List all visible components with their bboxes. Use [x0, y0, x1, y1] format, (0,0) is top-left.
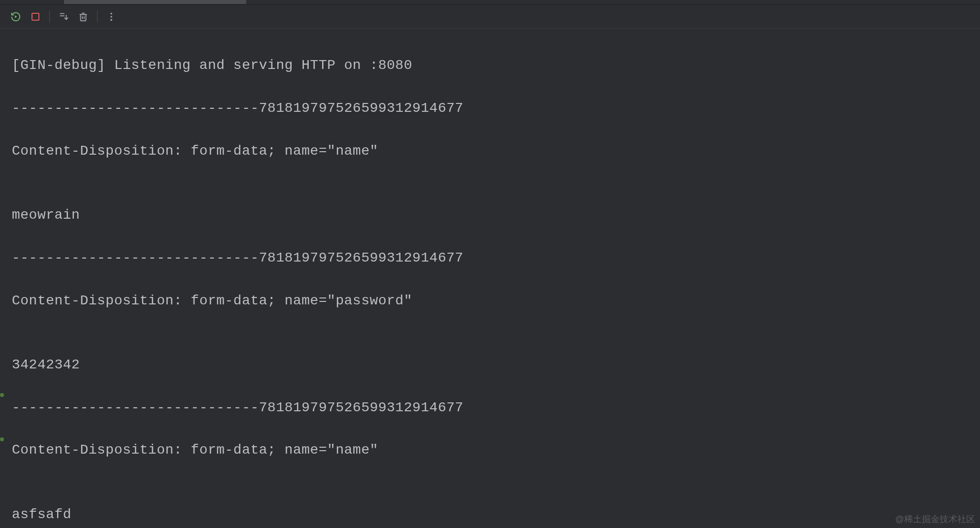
more-icon[interactable]: [105, 11, 117, 23]
tab-bar: [0, 0, 980, 5]
console-line: meowrain: [12, 204, 968, 226]
active-tab-indicator: [64, 0, 246, 4]
svg-point-10: [110, 16, 112, 18]
svg-point-9: [110, 12, 112, 14]
svg-rect-4: [81, 14, 86, 21]
console-output[interactable]: [GIN-debug] Listening and serving HTTP o…: [0, 29, 980, 528]
svg-marker-0: [15, 15, 17, 18]
watermark: @稀土掘金技术社区: [895, 513, 975, 525]
run-toolbar: [0, 5, 980, 29]
gutter-marker: [0, 393, 4, 397]
gutter-marker: [0, 437, 4, 441]
console-line: 34242342: [12, 354, 968, 375]
console-line: -----------------------------78181979752…: [12, 98, 968, 119]
console-line: Content-Disposition: form-data; name="na…: [12, 439, 968, 461]
clear-all-icon[interactable]: [77, 11, 89, 23]
svg-point-11: [110, 19, 112, 21]
stop-icon[interactable]: [30, 11, 41, 23]
scroll-to-end-icon[interactable]: [58, 11, 69, 23]
console-line: -----------------------------78181979752…: [12, 247, 968, 268]
gutter: [0, 29, 5, 528]
console-line: asfsafd: [12, 504, 968, 525]
toolbar-divider: [49, 11, 50, 23]
console-line: [GIN-debug] Listening and serving HTTP o…: [12, 55, 968, 76]
rerun-icon[interactable]: [10, 11, 22, 23]
console-line: Content-Disposition: form-data; name="pa…: [12, 290, 968, 311]
console-line: -----------------------------78181979752…: [12, 397, 968, 418]
toolbar-divider: [97, 11, 98, 23]
console-line: Content-Disposition: form-data; name="na…: [12, 140, 968, 162]
